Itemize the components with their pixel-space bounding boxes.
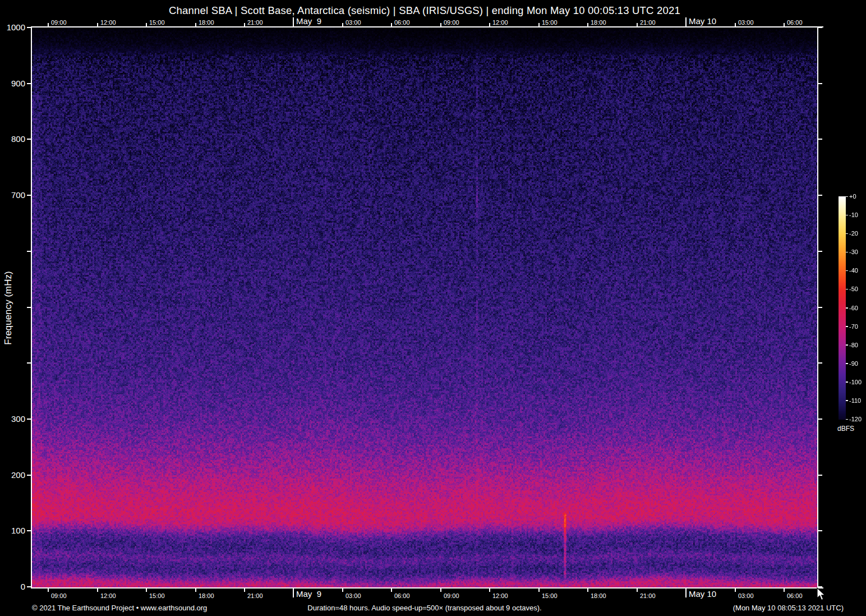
colorbar-tick [846,289,848,290]
time-tick-label-top: 18:00 [199,19,214,26]
freq-tick-left [27,83,31,84]
spectrogram-canvas [32,27,817,587]
time-tick-bottom [587,589,588,592]
colorbar-tick-label: -90 [849,360,858,367]
y-axis-label: Frequency (mHz) [3,224,15,392]
time-tick-top [685,17,687,26]
freq-tick-right [818,362,822,364]
colorbar-tick-label: -120 [849,415,862,423]
freq-tick-left [27,307,31,308]
freq-tick-right [818,139,822,140]
freq-tick-right [818,27,822,28]
colorbar-unit-label: dBFS [837,425,854,433]
colorbar-tick [846,196,848,197]
colorbar-tick [846,344,848,346]
freq-tick-label: 100 [0,526,25,536]
freq-tick-label: 200 [0,470,25,480]
time-tick-label-bottom: 15:00 [149,592,165,599]
time-tick-bottom [489,589,490,592]
colorbar-tick [846,270,848,272]
colorbar-tick [846,215,848,216]
time-tick-top [146,23,147,26]
time-tick-bottom [685,589,687,597]
page-title: Channel SBA | Scott Base, Antarctica (se… [32,4,817,17]
freq-tick-label: 700 [0,190,25,200]
time-tick-label-top: 15:00 [542,19,558,26]
colorbar-tick-label: -40 [849,266,858,274]
freq-tick-right [818,195,822,196]
freq-tick-left [27,475,31,476]
time-tick-top [587,23,588,26]
colorbar-tick [846,363,848,364]
freq-tick-left [27,27,31,28]
time-tick-label-top: May 9 [296,17,321,26]
colorbar-tick-label: -110 [849,397,861,404]
freq-tick-label: 0 [0,582,25,592]
time-tick-top [489,23,490,26]
time-tick-label-top: 06:00 [787,19,803,26]
time-tick-top [244,23,245,26]
time-tick-top [97,23,98,26]
colorbar-tick-label: -70 [849,323,858,330]
freq-tick-label: 900 [0,79,25,89]
time-tick-bottom [391,589,392,592]
freq-tick-label: 1000 [0,22,25,33]
freq-tick-right [818,530,822,531]
time-tick-label-top: 03:00 [346,19,361,26]
time-tick-label-bottom: 12:00 [492,592,508,599]
time-tick-top [784,23,785,26]
time-tick-bottom [440,589,441,592]
colorbar-tick [846,252,848,253]
time-tick-label-bottom: 18:00 [591,592,606,599]
colorbar-tick [846,381,848,383]
time-tick-label-bottom: 09:00 [444,592,459,599]
freq-tick-right [818,307,822,308]
time-tick-top [538,23,540,26]
colorbar-tick-label: -10 [849,211,858,219]
time-tick-top [293,17,294,26]
time-tick-top [391,23,392,26]
time-tick-label-top: 03:00 [738,19,754,26]
time-tick-top [48,23,49,26]
time-tick-label-bottom: May 10 [689,590,716,599]
time-tick-bottom [146,589,147,592]
colorbar-tick [846,326,848,327]
axis-bottom-line [31,587,823,589]
time-tick-top [735,23,736,26]
footer-timestamp: (Mon May 10 08:05:13 2021 UTC) [733,604,844,613]
time-tick-bottom [244,589,245,592]
time-tick-label-top: 12:00 [492,19,508,26]
time-tick-top [637,23,638,26]
time-tick-label-top: 12:00 [100,19,116,26]
freq-tick-label: 300 [0,414,25,424]
colorbar-tick [846,419,848,420]
freq-tick-left [27,419,31,420]
time-tick-top [342,23,343,26]
colorbar-tick-label: +0 [849,192,856,200]
time-tick-label-bottom: 03:00 [738,592,754,599]
freq-tick-left [27,530,31,531]
footer-duration: Duration=48 hours. Audio speed-up=500× (… [32,604,817,613]
freq-tick-right [818,586,822,587]
time-tick-bottom [735,589,736,592]
time-tick-label-bottom: 06:00 [787,592,803,599]
time-tick-bottom [538,589,540,592]
time-tick-label-bottom: 12:00 [100,592,116,599]
time-tick-bottom [637,589,638,592]
axis-left-line [31,26,32,589]
time-tick-bottom [342,589,343,592]
colorbar-tick [846,307,848,309]
freq-tick-right [818,475,822,476]
colorbar-tick-label: -30 [849,248,858,256]
freq-tick-left [27,362,31,364]
colorbar-tick-label: -50 [849,285,858,293]
time-tick-label-bottom: 21:00 [640,592,656,599]
time-tick-top [195,23,196,26]
time-tick-label-bottom: 09:00 [51,592,67,599]
time-tick-label-top: 18:00 [591,19,606,26]
time-tick-label-bottom: 03:00 [346,592,361,599]
time-tick-label-top: May 10 [689,17,716,26]
freq-tick-left [27,195,31,196]
mouse-arrow-cursor [816,587,827,603]
axis-top-line [31,26,823,27]
